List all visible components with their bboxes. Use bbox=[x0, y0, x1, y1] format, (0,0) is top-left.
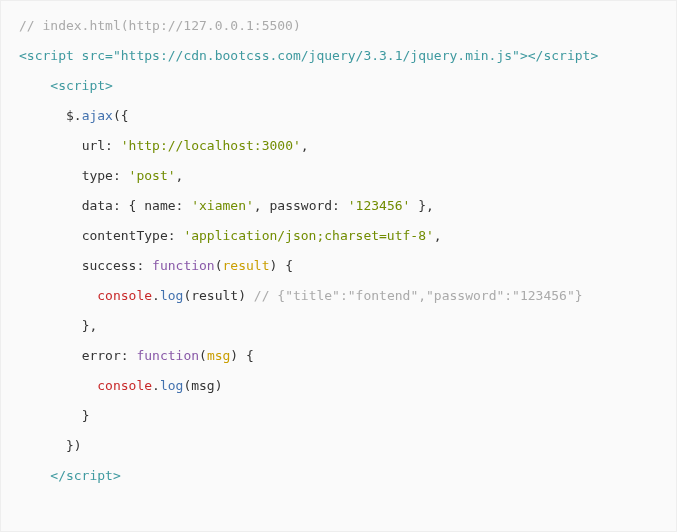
param-msg: msg bbox=[207, 348, 230, 363]
brace-close: } bbox=[82, 408, 90, 423]
comment-text: // index.html(http://127.0.0.1:5500) bbox=[19, 18, 301, 33]
contenttype-key: contentType: bbox=[82, 228, 176, 243]
space bbox=[246, 288, 254, 303]
arg-msg: msg bbox=[191, 378, 214, 393]
script-src: https://cdn.bootcss.com/jquery/3.3.1/jqu… bbox=[121, 48, 512, 63]
contenttype-value: 'application/json;charset=utf-8' bbox=[183, 228, 433, 243]
brace-close: }, bbox=[410, 198, 433, 213]
tag-name: script src bbox=[27, 48, 105, 63]
comma: , bbox=[176, 168, 184, 183]
code-line: }, bbox=[19, 311, 658, 341]
comma: , bbox=[434, 228, 442, 243]
tag-gt: > bbox=[113, 468, 121, 483]
code-line: data: { name: 'xiamen', password: '12345… bbox=[19, 191, 658, 221]
code-line: error: function(msg) { bbox=[19, 341, 658, 371]
close-call: }) bbox=[66, 438, 82, 453]
tag-open: < bbox=[19, 48, 27, 63]
code-line: console.log(result) // {"title":"fontend… bbox=[19, 281, 658, 311]
log-method: log bbox=[160, 378, 183, 393]
paren-close: ) bbox=[215, 378, 223, 393]
password-value: '123456' bbox=[340, 198, 410, 213]
tag-name: script bbox=[58, 78, 105, 93]
function-keyword: function bbox=[144, 258, 214, 273]
success-key: success: bbox=[82, 258, 145, 273]
password-key: password: bbox=[262, 198, 340, 213]
log-method: log bbox=[160, 288, 183, 303]
tag-close-lt: </ bbox=[50, 468, 66, 483]
code-line: }) bbox=[19, 431, 658, 461]
code-line: success: function(result) { bbox=[19, 251, 658, 281]
name-key: name: bbox=[136, 198, 183, 213]
console-obj: console bbox=[97, 288, 152, 303]
paren-close: ) bbox=[230, 348, 238, 363]
paren-open: ( bbox=[199, 348, 207, 363]
url-value: 'http://localhost:3000' bbox=[121, 138, 301, 153]
tag-close-name: script bbox=[66, 468, 113, 483]
jquery-dollar: $. bbox=[66, 108, 82, 123]
open-paren: ({ bbox=[113, 108, 129, 123]
paren-open: ( bbox=[215, 258, 223, 273]
inline-comment: // {"title":"fontend","password":"123456… bbox=[254, 288, 583, 303]
dot: . bbox=[152, 288, 160, 303]
comma: , bbox=[254, 198, 262, 213]
tag-open: < bbox=[50, 78, 58, 93]
param-result: result bbox=[223, 258, 270, 273]
tag-close-lt: </ bbox=[528, 48, 544, 63]
function-keyword: function bbox=[129, 348, 199, 363]
error-key: error: bbox=[82, 348, 129, 363]
url-key: url: bbox=[82, 138, 113, 153]
tag-close-name: script bbox=[543, 48, 590, 63]
type-value: 'post' bbox=[129, 168, 176, 183]
code-line: url: 'http://localhost:3000', bbox=[19, 131, 658, 161]
code-line: $.ajax({ bbox=[19, 101, 658, 131]
tag-gt: > bbox=[105, 78, 113, 93]
brace-open: { bbox=[121, 198, 137, 213]
ajax-call: ajax bbox=[82, 108, 113, 123]
code-block: // index.html(http://127.0.0.1:5500) <sc… bbox=[0, 0, 677, 532]
dot: . bbox=[152, 378, 160, 393]
code-line: </script> bbox=[19, 461, 658, 491]
tag-gt: > bbox=[590, 48, 598, 63]
code-line: type: 'post', bbox=[19, 161, 658, 191]
type-key: type: bbox=[82, 168, 121, 183]
tag-eq: =" bbox=[105, 48, 121, 63]
code-line: console.log(msg) bbox=[19, 371, 658, 401]
data-key: data: bbox=[82, 198, 121, 213]
brace-open: { bbox=[238, 348, 254, 363]
arg-result: result bbox=[191, 288, 238, 303]
name-value: 'xiamen' bbox=[183, 198, 253, 213]
console-obj: console bbox=[97, 378, 152, 393]
code-line: <script src="https://cdn.bootcss.com/jqu… bbox=[19, 41, 658, 71]
brace-close: }, bbox=[82, 318, 98, 333]
code-line: // index.html(http://127.0.0.1:5500) bbox=[19, 11, 658, 41]
code-line: contentType: 'application/json;charset=u… bbox=[19, 221, 658, 251]
comma: , bbox=[301, 138, 309, 153]
brace-open: { bbox=[277, 258, 293, 273]
tag-close1: "> bbox=[512, 48, 528, 63]
paren-close: ) bbox=[238, 288, 246, 303]
code-line: } bbox=[19, 401, 658, 431]
code-line: <script> bbox=[19, 71, 658, 101]
